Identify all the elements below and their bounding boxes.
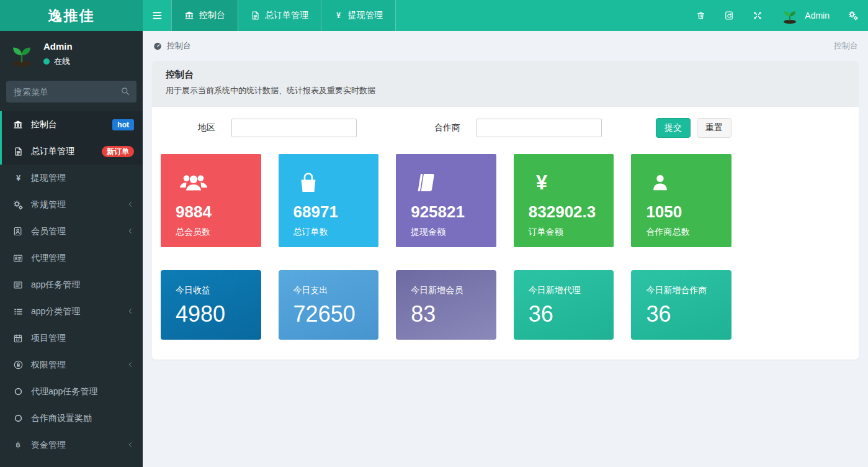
sidebar-item[interactable]: B资金管理 — [0, 432, 143, 458]
sidebar-item-label: 总订单管理 — [31, 146, 74, 157]
stat-label: 今日收益 — [176, 285, 255, 296]
sidebar-item[interactable]: ¥提现管理 — [0, 165, 143, 191]
sidebar-item[interactable]: 会员管理 — [0, 218, 143, 245]
stat-value: 36 — [529, 301, 608, 327]
sidebar-user-status: 在线 — [43, 56, 73, 67]
stat-label: 今日新增代理 — [529, 285, 608, 296]
search-icon[interactable] — [120, 86, 130, 96]
settings-gears-icon[interactable] — [838, 0, 868, 31]
stat-label: 总订单数 — [293, 227, 373, 238]
online-status-dot — [43, 58, 50, 65]
newspaper-icon — [12, 280, 24, 290]
user-menu[interactable]: Admin — [772, 6, 838, 25]
topbar-tab-label: 控制台 — [199, 10, 225, 21]
file-text-icon — [251, 11, 260, 20]
page-subtitle: 用于展示当前系统中的统计数据、统计报表及重要实时数据 — [166, 85, 845, 96]
chevron-left-icon — [127, 227, 134, 237]
sidebar-item-label: 项目管理 — [31, 333, 66, 344]
box-body: 地区 合作商 提交 重置 9884 总会员数 68971 总订单数 925821… — [152, 107, 859, 340]
menu-badge: 新订单 — [102, 146, 134, 157]
bank-icon — [184, 11, 194, 20]
app-logo[interactable]: 逸推佳 — [0, 0, 143, 31]
page-title: 控制台 — [166, 69, 845, 81]
reset-button[interactable]: 重置 — [697, 118, 732, 138]
user-panel: Admin 在线 — [0, 31, 143, 75]
sidebar-item[interactable]: 代理app任务管理 — [0, 378, 143, 405]
online-status-label: 在线 — [54, 56, 70, 67]
submit-button[interactable]: 提交 — [656, 118, 691, 138]
calendar-icon — [13, 333, 23, 343]
shopping-bag-icon — [297, 171, 373, 194]
breadcrumb-right-link[interactable]: 控制台 — [834, 40, 858, 52]
users-icon — [179, 171, 255, 194]
topbar-tab[interactable]: 总订单管理 — [238, 0, 321, 31]
sidebar-item[interactable]: 代理管理 — [0, 245, 143, 271]
stat-card: 今日新增代理 36 — [514, 270, 614, 340]
topbar-tab-label: 提现管理 — [348, 10, 383, 21]
menu-badge: hot — [112, 119, 134, 130]
stat-card: 9884 总会员数 — [161, 154, 261, 247]
sidebar-item-label: 常规管理 — [31, 199, 66, 211]
navbar-right: Admin — [687, 0, 868, 31]
stat-value: 9884 — [176, 202, 255, 222]
topbar-tab[interactable]: ¥提现管理 — [321, 0, 396, 31]
stat-value: 925821 — [411, 202, 490, 222]
sidebar-item[interactable]: app分类管理 — [0, 298, 143, 325]
chevron-left-icon — [127, 440, 134, 450]
sidebar-item[interactable]: 项目管理 — [0, 325, 143, 351]
sidebar-item[interactable]: 权限管理 — [0, 351, 143, 378]
book-sync-icon[interactable] — [715, 0, 743, 31]
sidebar-item-label: 会员管理 — [31, 226, 66, 237]
region-label: 地区 — [198, 122, 215, 134]
sidebar-item[interactable]: 合作商设置奖励 — [0, 405, 143, 432]
navbar: 控制台总订单管理¥提现管理 Admin — [143, 0, 868, 31]
stat-value: 72650 — [293, 301, 373, 327]
svg-text:¥: ¥ — [16, 174, 20, 183]
stat-label: 今日新增会员 — [411, 285, 490, 296]
sidebar-item[interactable]: 控制台hot — [0, 111, 143, 138]
topbar-tab[interactable]: 控制台 — [171, 0, 238, 31]
sidebar-item[interactable]: 常规管理 — [0, 191, 143, 218]
sidebar-item-label: app任务管理 — [31, 279, 80, 291]
filter-form: 地区 合作商 提交 重置 — [161, 118, 732, 138]
sidebar-item-label: 代理app任务管理 — [31, 386, 97, 397]
sidebar-item-label: 代理管理 — [31, 253, 66, 264]
stats-row-today: 今日收益 4980 今日支出 72650 今日新增会员 83 今日新增代理 36… — [161, 270, 732, 340]
dashboard-box: 控制台 用于展示当前系统中的统计数据、统计报表及重要实时数据 地区 合作商 提交… — [152, 61, 859, 360]
circle-o-icon — [14, 414, 23, 423]
yen-icon: ¥ — [14, 173, 23, 183]
chevron-left-icon — [127, 307, 134, 317]
stat-card: 925821 提现金额 — [396, 154, 496, 247]
breadcrumb: 控制台 控制台 — [143, 31, 868, 61]
avatar — [7, 40, 36, 68]
stat-card: 今日新增会员 83 — [396, 270, 496, 340]
bank-icon — [13, 120, 23, 130]
sidebar-toggle-button[interactable] — [143, 0, 171, 31]
sidebar-item[interactable]: app任务管理 — [0, 271, 143, 298]
region-input[interactable] — [231, 119, 357, 137]
stat-card: 今日收益 4980 — [161, 270, 261, 340]
person-icon — [650, 171, 725, 194]
yen-icon: ¥ — [532, 171, 608, 194]
sidebar-item[interactable]: 首页公告 — [0, 458, 143, 467]
sidebar-item-label: 控制台 — [31, 119, 57, 130]
menu-search-input[interactable] — [6, 81, 136, 102]
stat-value: 832902.3 — [529, 202, 608, 222]
hamburger-icon — [152, 11, 163, 20]
fullscreen-icon[interactable] — [743, 0, 772, 31]
sidebar-item[interactable]: 总订单管理新订单 — [0, 138, 143, 165]
lock-circle-icon — [13, 360, 24, 370]
svg-text:¥: ¥ — [536, 171, 547, 194]
user-name-label: Admin — [805, 11, 830, 20]
circle-o-icon — [14, 387, 23, 396]
stat-value: 4980 — [176, 301, 255, 327]
trash-icon[interactable] — [687, 0, 715, 31]
sidebar-item-label: 资金管理 — [31, 440, 66, 451]
svg-text:¥: ¥ — [336, 11, 341, 20]
stat-value: 1050 — [646, 202, 725, 222]
id-card-icon — [12, 253, 24, 263]
chevron-left-icon — [127, 200, 134, 210]
partner-input[interactable] — [477, 119, 602, 137]
dashboard-icon — [153, 42, 163, 51]
member-card-icon — [13, 226, 23, 237]
